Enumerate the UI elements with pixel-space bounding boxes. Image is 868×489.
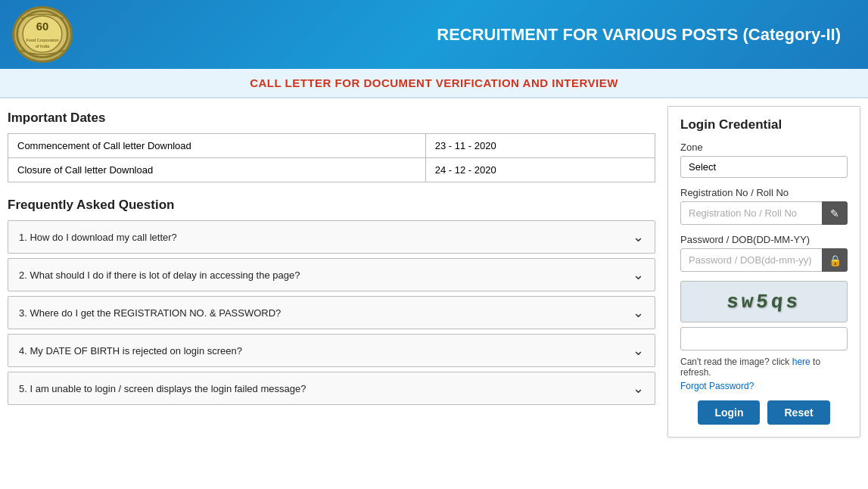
table-row: Closure of Call letter Download 24 - 12 …: [8, 158, 655, 182]
chevron-down-icon: ⌄: [633, 342, 644, 359]
faq-item-1[interactable]: 1. How do I download my call letter? ⌄: [8, 220, 655, 254]
captcha-refresh-link[interactable]: here: [792, 357, 810, 367]
org-logo: 60 Food Corporation of India: [12, 6, 73, 63]
faq-section: Frequently Asked Question 1. How do I do…: [8, 198, 655, 405]
reg-label: Registration No / Roll No: [680, 187, 848, 198]
faq-item-3[interactable]: 3. Where do I get the REGISTRATION NO. &…: [8, 296, 655, 329]
faq-question-1: 1. How do I download my call letter?: [19, 232, 177, 243]
lock-icon: 🔒: [822, 248, 848, 272]
password-label: Password / DOB(DD-MM-YY): [680, 234, 848, 245]
faq-question-2: 2. What should I do if there is lot of d…: [19, 269, 300, 281]
password-input-wrapper: 🔒: [680, 248, 848, 272]
faq-item-5[interactable]: 5. I am unable to login / screen display…: [8, 372, 655, 405]
chevron-down-icon: ⌄: [633, 266, 644, 283]
faq-item-2[interactable]: 2. What should I do if there is lot of d…: [8, 258, 655, 291]
svg-text:Food Corporation: Food Corporation: [26, 38, 58, 42]
svg-text:of India: of India: [36, 44, 50, 48]
captcha-input[interactable]: [680, 327, 848, 350]
login-panel: Login Credential Zone Select North Zone …: [667, 106, 860, 438]
main-layout: Important Dates Commencement of Call let…: [0, 98, 868, 445]
date-row-1-label: Commencement of Call letter Download: [8, 134, 426, 158]
faq-item-4[interactable]: 4. My DATE OF BIRTH is rejected on login…: [8, 334, 655, 367]
password-group: Password / DOB(DD-MM-YY) 🔒: [680, 234, 848, 272]
chevron-down-icon: ⌄: [633, 304, 644, 321]
faq-question-5: 5. I am unable to login / screen display…: [19, 383, 306, 394]
chevron-down-icon: ⌄: [633, 380, 644, 397]
sub-header-text: CALL LETTER FOR DOCUMENT VERIFICATION AN…: [250, 76, 618, 89]
table-row: Commencement of Call letter Download 23 …: [8, 134, 655, 158]
date-row-2-value: 24 - 12 - 2020: [425, 158, 655, 182]
reset-button[interactable]: Reset: [767, 400, 829, 425]
date-row-1-value: 23 - 11 - 2020: [425, 134, 655, 158]
important-dates-table: Commencement of Call letter Download 23 …: [8, 133, 655, 182]
page-header: 60 Food Corporation of India RECRUITMENT…: [0, 0, 868, 69]
captcha-image: sw5qs: [680, 281, 848, 322]
svg-text:60: 60: [36, 20, 48, 33]
left-content: Important Dates Commencement of Call let…: [8, 106, 655, 410]
registration-group: Registration No / Roll No ✎: [680, 187, 848, 225]
forgot-password-link[interactable]: Forgot Password?: [680, 381, 848, 391]
zone-select[interactable]: Select North Zone South Zone East Zone W…: [680, 156, 848, 178]
faq-question-3: 3. Where do I get the REGISTRATION NO. &…: [19, 307, 281, 319]
date-row-2-label: Closure of Call letter Download: [8, 158, 426, 182]
page-title: RECRUITMENT FOR VARIOUS POSTS (Category-…: [73, 25, 856, 45]
login-buttons: Login Reset: [680, 400, 848, 425]
login-button[interactable]: Login: [698, 400, 760, 425]
zone-select-wrapper: Select North Zone South Zone East Zone W…: [680, 156, 848, 178]
zone-label: Zone: [680, 142, 848, 153]
important-dates-title: Important Dates: [8, 111, 655, 126]
login-title: Login Credential: [680, 117, 848, 132]
captcha-text: sw5qs: [726, 291, 802, 313]
reg-input-wrapper: ✎: [680, 201, 848, 225]
captcha-refresh-text: Can't read the image? click here to refr…: [680, 357, 848, 378]
edit-icon: ✎: [822, 201, 848, 225]
captcha-refresh-label: Can't read the image? click: [680, 357, 789, 367]
zone-group: Zone Select North Zone South Zone East Z…: [680, 142, 848, 178]
sub-header-banner: CALL LETTER FOR DOCUMENT VERIFICATION AN…: [0, 69, 868, 98]
faq-question-4: 4. My DATE OF BIRTH is rejected on login…: [19, 345, 242, 357]
chevron-down-icon: ⌄: [633, 229, 644, 245]
faq-title: Frequently Asked Question: [8, 198, 655, 213]
